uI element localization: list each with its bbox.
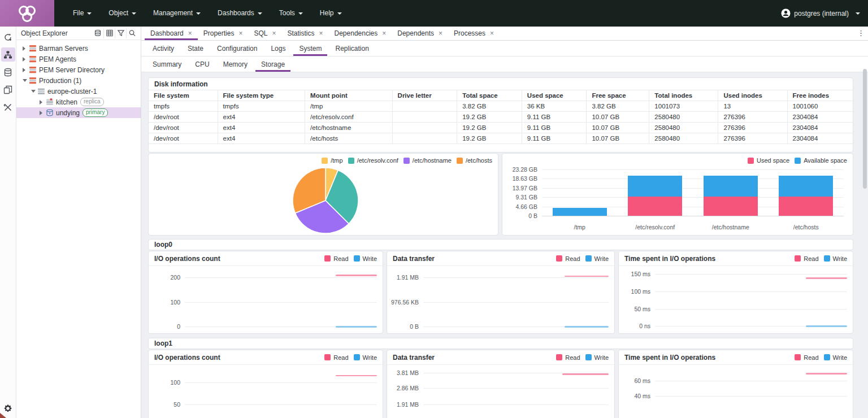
tree-item-undying[interactable]: undyingprimary <box>16 107 141 118</box>
tab-replication[interactable]: Replication <box>329 41 374 56</box>
gridline <box>423 404 609 405</box>
close-icon[interactable]: × <box>439 29 442 37</box>
menu-object[interactable]: Object <box>100 0 145 27</box>
chart-plot-area: 10050 <box>149 365 383 418</box>
table-cell: 276396 <box>718 123 787 133</box>
tree-item-label: undying <box>56 109 80 117</box>
menu-management[interactable]: Management <box>145 0 209 27</box>
y-axis-tick: 50 ms <box>619 306 650 312</box>
close-icon[interactable]: × <box>490 29 494 37</box>
close-icon[interactable]: × <box>382 29 386 37</box>
chevron-right-icon[interactable] <box>21 68 29 72</box>
legend-item-used-space[interactable]: Used space <box>748 157 789 164</box>
table-cell: /etc/hosts <box>305 133 393 144</box>
legend-item-write[interactable]: Write <box>354 255 377 262</box>
tab-configuration[interactable]: Configuration <box>211 41 263 56</box>
tab-statistics[interactable]: Statistics× <box>281 27 328 40</box>
gridline <box>655 381 847 381</box>
y-axis-tick: 0 B <box>504 212 537 219</box>
legend-item-available-space[interactable]: Available space <box>795 157 847 164</box>
tab-properties[interactable]: Properties× <box>198 27 249 40</box>
legend-item--tmp[interactable]: /tmp <box>322 157 342 164</box>
legend-label: Read <box>804 354 818 361</box>
disk-information-title: Disk information <box>149 78 853 90</box>
tab-system[interactable]: System <box>293 41 327 56</box>
tree-item-kitchen[interactable]: kitchenreplica <box>16 97 141 107</box>
tree-item-barman-servers[interactable]: Barman Servers <box>16 43 141 54</box>
databases-icon[interactable] <box>1 65 15 79</box>
tree-item-pem-server-directory[interactable]: PEM Server Directory <box>16 64 141 75</box>
kebab-menu-icon[interactable]: ⋮ <box>857 29 865 38</box>
tools-icon[interactable] <box>1 100 15 114</box>
tab-dashboard[interactable]: Dashboard× <box>145 27 198 40</box>
grid-icon[interactable] <box>103 28 115 38</box>
dashboard-content: Disk information File systemFile system … <box>141 72 868 418</box>
gridline <box>423 388 609 389</box>
vertical-scrollbar[interactable] <box>863 69 867 189</box>
loop1-io-operations-card: I/O operations countReadWrite10050 <box>148 350 383 418</box>
table-cell: 3.82 GB <box>457 101 522 112</box>
tab-processes[interactable]: Processes× <box>448 27 500 40</box>
close-icon[interactable]: × <box>238 29 242 37</box>
legend-label: Write <box>833 354 847 361</box>
table-cell: 2304084 <box>787 133 853 144</box>
tab-summary[interactable]: Summary <box>147 56 187 72</box>
chevron-down-icon[interactable] <box>21 77 29 84</box>
tab-cpu[interactable]: CPU <box>189 56 215 72</box>
tab-label: Properties <box>203 29 235 37</box>
legend-item-write[interactable]: Write <box>585 255 609 262</box>
filter-icon[interactable] <box>115 28 126 38</box>
tab-logs[interactable]: Logs <box>265 41 291 56</box>
object-explorer-toolbar <box>92 28 137 38</box>
chevron-right-icon[interactable] <box>38 100 46 104</box>
chevron-right-icon[interactable] <box>21 57 29 62</box>
tab-storage[interactable]: Storage <box>255 56 290 72</box>
tab-sql[interactable]: SQL× <box>248 27 281 40</box>
legend-item-read[interactable]: Read <box>795 354 818 361</box>
tree-item-production-1-[interactable]: Production (1) <box>16 75 141 86</box>
windows-icon[interactable] <box>1 82 15 97</box>
legend-item-read[interactable]: Read <box>556 255 580 262</box>
chevron-right-icon[interactable] <box>21 46 29 51</box>
chevron-right-icon[interactable] <box>38 111 46 115</box>
chevron-down-icon[interactable] <box>29 88 37 95</box>
legend-item-read[interactable]: Read <box>556 354 580 361</box>
search-icon[interactable] <box>126 28 137 38</box>
servers-icon[interactable] <box>92 28 103 38</box>
menu-file[interactable]: File <box>64 0 100 27</box>
menu-dashboards[interactable]: Dashboards <box>209 0 271 27</box>
legend-item-read[interactable]: Read <box>324 255 348 262</box>
series-line-read <box>336 275 377 276</box>
legend-item-write[interactable]: Write <box>354 354 377 361</box>
tab-activity[interactable]: Activity <box>147 41 180 56</box>
legend-item-write[interactable]: Write <box>824 354 847 361</box>
bar-segment-available-space <box>628 176 682 197</box>
sync-settings-icon[interactable] <box>1 30 15 44</box>
tab-dependencies[interactable]: Dependencies× <box>329 27 392 40</box>
tree-item-europe-cluster-1[interactable]: europe-cluster-1 <box>16 86 141 97</box>
legend-item--etc-hostname[interactable]: /etc/hostname <box>403 157 452 164</box>
close-icon[interactable]: × <box>188 29 192 37</box>
legend-item-write[interactable]: Write <box>824 255 847 262</box>
table-cell: 2580480 <box>649 133 718 144</box>
tab-memory[interactable]: Memory <box>218 56 253 72</box>
legend-swatch <box>795 255 801 262</box>
y-axis-tick: 0 ns <box>619 323 650 329</box>
table-cell: 10.07 GB <box>587 112 649 123</box>
tab-state[interactable]: State <box>182 41 209 56</box>
user-menu[interactable]: postgres (internal) <box>781 0 860 27</box>
menu-help[interactable]: Help <box>311 0 350 27</box>
close-icon[interactable]: × <box>319 29 323 37</box>
legend-item-read[interactable]: Read <box>795 255 818 262</box>
close-icon[interactable]: × <box>272 29 276 37</box>
tab-dependents[interactable]: Dependents× <box>392 27 448 40</box>
legend-item--etc-hosts[interactable]: /etc/hosts <box>457 157 492 164</box>
legend-item--etc-resolv-conf[interactable]: /etc/resolv.conf <box>348 157 398 164</box>
object-explorer-icon[interactable] <box>1 47 15 62</box>
tree-item-pem-agents[interactable]: PEM Agents <box>16 54 141 64</box>
menu-tools[interactable]: Tools <box>271 0 311 27</box>
table-cell <box>392 123 457 133</box>
tree-item-label: PEM Server Directory <box>39 66 105 74</box>
legend-item-read[interactable]: Read <box>324 354 348 361</box>
legend-item-write[interactable]: Write <box>585 354 609 361</box>
